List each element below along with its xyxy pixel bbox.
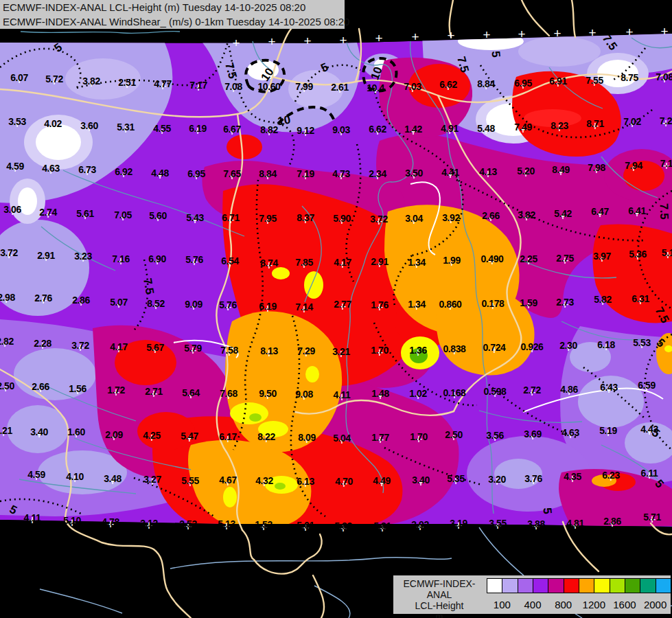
- station-value: +1.48: [371, 388, 389, 399]
- station-value: +5.71: [643, 512, 661, 523]
- station-value: +4.78: [102, 516, 119, 527]
- station-value: +5.07: [110, 297, 128, 308]
- station-value: +6.13: [297, 476, 314, 487]
- station-value: +2.72: [523, 385, 541, 396]
- station-value: +7.14: [295, 301, 313, 312]
- station-value: +9.50: [259, 388, 277, 399]
- station-value: +4.73: [332, 168, 350, 179]
- station-value: +2.98: [0, 292, 15, 303]
- station-value: +8.84: [259, 168, 277, 179]
- station-value: +7.2: [660, 115, 672, 126]
- station-value: +7.99: [295, 81, 313, 92]
- station-value: +2.91: [37, 250, 55, 261]
- station-value: +5.83: [334, 520, 352, 531]
- station-value: +4.70: [335, 476, 353, 487]
- station-value: +1.34: [408, 257, 426, 268]
- station-value: +2.91: [371, 256, 389, 267]
- station-value: +1.70: [410, 431, 428, 442]
- station-value: +4.77: [154, 78, 172, 89]
- station-value: +4.41: [441, 167, 459, 178]
- station-value: +8.49: [552, 164, 570, 175]
- windshear-contour-label: 7.5: [652, 305, 672, 325]
- station-value: +0.838: [443, 343, 465, 354]
- stations-layer: +6.07+5.72+3.82+2.51+4.77+7.17+7.08+10.6…: [0, 0, 672, 618]
- station-value: +3.82: [82, 76, 100, 87]
- station-value: +10.4: [367, 82, 384, 93]
- windshear-contour-label: 5: [51, 41, 65, 56]
- station-value: +7.08: [656, 71, 672, 82]
- station-value: +6.17: [219, 431, 237, 442]
- station-value: +0.598: [483, 386, 506, 397]
- station-value: +3.20: [488, 474, 506, 485]
- station-value: +8.52: [147, 298, 165, 309]
- station-value: +6.90: [148, 253, 166, 264]
- station-value: +6.67: [223, 124, 241, 135]
- station-value: +3.23: [74, 251, 92, 262]
- legend-swatch: [487, 578, 502, 593]
- station-value: +1.99: [443, 255, 461, 266]
- windshear-contour-label: 7.5: [454, 55, 471, 74]
- station-value: +6.41: [628, 205, 646, 216]
- station-value: +3.12: [140, 518, 158, 529]
- station-value: +5.60: [149, 210, 167, 221]
- station-value: +3.53: [8, 116, 26, 127]
- station-value: +4.35: [564, 471, 581, 482]
- station-value: +5.20: [517, 165, 535, 176]
- station-value: +1.34: [408, 299, 426, 310]
- grid-cross-icon: +: [303, 34, 311, 47]
- station-value: +1.53: [255, 519, 273, 530]
- station-value: +5.01: [297, 520, 314, 531]
- station-value: +6.92: [115, 166, 132, 177]
- header-line-2: ECMWF-INDEX-ANAL WindShear_ (m/s) 0-1km …: [3, 14, 345, 29]
- station-value: +6.71: [222, 212, 240, 223]
- station-value: +4.49: [373, 475, 391, 486]
- station-value: +5.19: [599, 425, 617, 436]
- station-value: +6.19: [189, 123, 207, 134]
- legend-title-line-1: ECMWF-INDEX-ANAL: [393, 578, 485, 600]
- station-value: +3.55: [489, 518, 507, 529]
- station-value: +2.09: [105, 429, 123, 440]
- station-value: +1.59: [520, 297, 537, 308]
- header: ECMWF-INDEX-ANAL LCL-Height (m) Tuesday …: [0, 0, 345, 29]
- station-value: +4.17: [334, 257, 351, 268]
- station-value: +5.72: [45, 73, 63, 84]
- station-value: +5.79: [184, 343, 202, 354]
- station-value: +7.17: [189, 80, 207, 91]
- station-value: +7.95: [259, 213, 277, 224]
- legend-title-line-2: LCL-Height: [393, 600, 485, 611]
- station-value: +3.60: [80, 120, 98, 131]
- station-value: +7.85: [295, 257, 313, 268]
- station-value: +4.17: [110, 341, 128, 352]
- grid-cross-icon: +: [588, 26, 596, 39]
- station-value: +6.07: [10, 72, 28, 83]
- station-value: +4.63: [561, 427, 579, 438]
- grid-cross-icon: +: [660, 25, 668, 38]
- station-value: +8.71: [586, 118, 604, 129]
- station-value: +7.03: [404, 81, 421, 92]
- station-value: +5.82: [594, 294, 612, 305]
- station-value: +3.56: [486, 430, 504, 441]
- station-value: +3.88: [527, 518, 545, 529]
- windshear-contour-label: 7.5: [657, 203, 671, 220]
- legend-swatch: [625, 578, 640, 593]
- station-value: +6.31: [632, 293, 649, 304]
- station-value: +5.64: [182, 387, 200, 398]
- station-value: +2.25: [520, 253, 537, 264]
- station-value: +5.10: [63, 515, 81, 526]
- station-value: +2.28: [34, 338, 51, 349]
- station-value: +7.94: [625, 160, 642, 171]
- station-value: +0.926: [520, 341, 543, 352]
- legend-title: ECMWF-INDEX-ANAL LCL-Height m: [393, 578, 485, 618]
- station-value: +7.49: [514, 122, 532, 133]
- station-value: +7.55: [586, 75, 603, 86]
- station-value: +6.95: [514, 78, 532, 89]
- legend: ECMWF-INDEX-ANAL LCL-Height m 1004008001…: [393, 575, 671, 614]
- station-value: +3.21: [332, 346, 350, 357]
- station-value: +7.16: [112, 253, 130, 264]
- windshear-contour-label: 5: [540, 507, 555, 514]
- station-value: +4.81: [566, 518, 584, 529]
- station-value: +6.19: [259, 301, 277, 312]
- station-value: +4.10: [66, 471, 84, 482]
- station-value: +3.72: [0, 247, 18, 258]
- grid-cross-icon: +: [232, 36, 240, 49]
